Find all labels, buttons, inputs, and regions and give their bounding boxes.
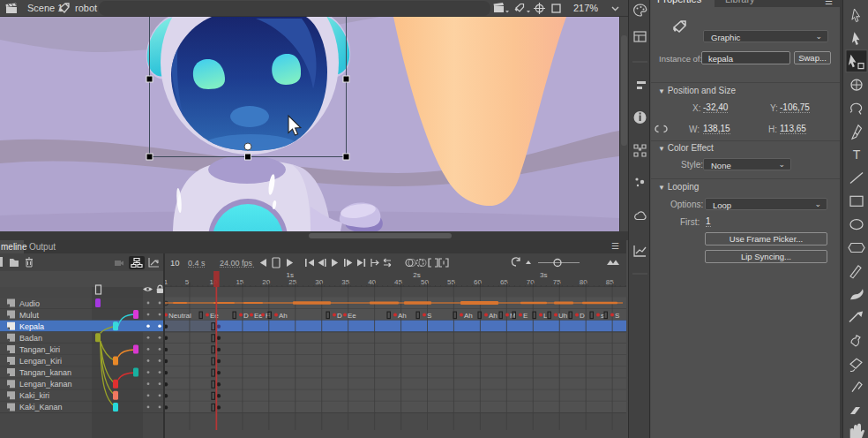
svg-text:S: S: [615, 312, 619, 320]
svg-text:Badan: Badan: [19, 334, 42, 343]
svg-text:70: 70: [527, 278, 535, 286]
svg-text:20: 20: [262, 278, 270, 286]
svg-text:5: 5: [185, 278, 190, 286]
svg-text:Lengan_kanan: Lengan_kanan: [19, 380, 72, 389]
svg-text:60: 60: [474, 278, 482, 286]
svg-text:Ah: Ah: [464, 312, 473, 320]
svg-text:3s: 3s: [540, 271, 547, 279]
svg-text:Tangan_kiri: Tangan_kiri: [19, 345, 60, 354]
svg-text:s: s: [601, 312, 604, 320]
svg-text:Audio: Audio: [19, 299, 40, 308]
svg-text:45: 45: [394, 278, 402, 286]
svg-text:25: 25: [288, 278, 296, 286]
svg-text:Mulut: Mulut: [19, 311, 40, 320]
svg-text:0.4 s: 0.4 s: [188, 259, 206, 268]
svg-text:D: D: [337, 312, 342, 320]
svg-text:E: E: [523, 312, 528, 320]
svg-text:24.00 fps: 24.00 fps: [220, 259, 253, 268]
svg-text:Lengan_Kiri: Lengan_Kiri: [19, 357, 62, 366]
svg-text:Ee: Ee: [348, 312, 356, 320]
svg-text:T: T: [853, 147, 861, 162]
svg-text:35: 35: [341, 278, 349, 286]
svg-text:15: 15: [236, 278, 243, 286]
svg-text:Neutral: Neutral: [168, 312, 191, 320]
svg-text:D: D: [243, 312, 249, 320]
svg-text:2s: 2s: [413, 271, 420, 279]
svg-text:Ah: Ah: [279, 312, 288, 320]
svg-text:85: 85: [606, 278, 614, 286]
svg-text:Ah: Ah: [489, 312, 498, 320]
svg-text:30: 30: [315, 278, 323, 286]
svg-text:65: 65: [500, 278, 508, 286]
svg-text:Ee: Ee: [210, 312, 219, 320]
svg-text:55: 55: [447, 278, 455, 286]
svg-text:Tangan_kanan: Tangan_kanan: [19, 368, 71, 377]
svg-text:75: 75: [553, 278, 561, 286]
svg-text:40: 40: [368, 278, 376, 286]
svg-text:80: 80: [580, 278, 587, 286]
svg-text:10: 10: [170, 258, 180, 268]
svg-text:S: S: [427, 312, 431, 320]
svg-text:Kepala: Kepala: [19, 322, 44, 331]
svg-text:D: D: [580, 312, 585, 320]
svg-text:Uh: Uh: [558, 312, 567, 320]
svg-text:1s: 1s: [287, 271, 294, 279]
svg-text:Ah: Ah: [398, 312, 407, 320]
svg-text:Kaki_Kanan: Kaki_Kanan: [19, 403, 63, 412]
svg-text:L: L: [543, 312, 548, 320]
svg-text:Kaki_kiri: Kaki_kiri: [19, 391, 49, 400]
svg-text:50: 50: [421, 278, 429, 286]
